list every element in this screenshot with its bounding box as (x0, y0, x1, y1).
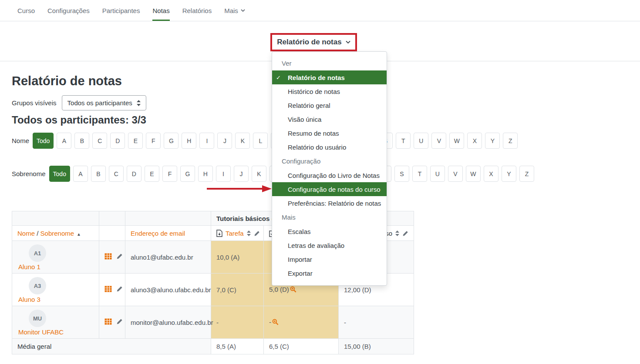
letter-e-button[interactable]: E (145, 166, 159, 182)
letter-y-button[interactable]: Y (502, 166, 516, 182)
letter-b-button[interactable]: B (74, 133, 89, 149)
menu-item-label: Histórico de notas (288, 88, 340, 95)
menu-item[interactable]: Letras de avaliação (272, 238, 387, 252)
first-name-all-button[interactable]: Todo (33, 133, 54, 149)
tab-notas[interactable]: Notas (152, 0, 169, 21)
letter-k-button[interactable]: K (252, 166, 266, 182)
sort-toggle-icon[interactable] (247, 230, 251, 236)
letter-x-button[interactable]: X (484, 166, 499, 182)
menu-item-label: Relatório de notas (288, 74, 345, 81)
tarefa-column-link[interactable]: Tarefa (226, 230, 244, 237)
letter-f-button[interactable]: F (162, 166, 177, 182)
menu-item-label: Configuração de notas do curso (288, 186, 381, 193)
menu-item[interactable]: Escalas (272, 224, 387, 238)
letter-e-button[interactable]: E (128, 133, 143, 149)
student-name-link[interactable]: Monitor UFABC (18, 328, 94, 336)
letter-c-button[interactable]: C (109, 166, 124, 182)
tab-mais[interactable]: Mais (224, 0, 245, 21)
avatar[interactable]: A1 (29, 244, 46, 262)
letter-a-button[interactable]: A (57, 133, 71, 149)
letter-d-button[interactable]: D (110, 133, 125, 149)
letter-i-button[interactable]: I (199, 133, 214, 149)
letter-d-button[interactable]: D (127, 166, 141, 182)
avatar[interactable]: A3 (29, 277, 46, 294)
letter-w-button[interactable]: W (466, 166, 481, 182)
report-selector-label: Relatório de notas (277, 38, 341, 47)
tab-curso[interactable]: Curso (17, 0, 35, 21)
tab-relatorios[interactable]: Relatórios (182, 0, 212, 21)
last-name-all-button[interactable]: Todo (49, 166, 70, 182)
menu-item[interactable]: Exportar (272, 266, 387, 280)
letter-j-button[interactable]: J (234, 166, 249, 182)
tab-participantes[interactable]: Participantes (102, 0, 140, 21)
edit-pencil-icon[interactable] (116, 286, 123, 292)
letter-f-button[interactable]: F (146, 133, 161, 149)
avatar[interactable]: MU (29, 310, 46, 327)
menu-item[interactable]: Relatório geral (272, 98, 387, 112)
letter-w-button[interactable]: W (449, 133, 464, 149)
single-view-grid-icon[interactable] (104, 253, 112, 260)
menu-item[interactable]: Visão única (272, 112, 387, 126)
student-name-link[interactable]: Aluno 1 (18, 263, 94, 270)
report-selector-button[interactable]: Relatório de notas (270, 33, 357, 51)
report-selector-menu: Ver✓Relatório de notasHistórico de notas… (272, 51, 387, 286)
tab-label: Notas (152, 7, 169, 14)
edit-pencil-icon[interactable] (402, 230, 408, 237)
sort-toggle-icon[interactable] (395, 230, 399, 236)
letter-i-button[interactable]: I (216, 166, 231, 182)
sort-last-name-link[interactable]: Sobrenome (40, 230, 74, 237)
menu-item[interactable]: Relatório do usuário (272, 140, 387, 154)
menu-item[interactable]: Histórico de notas (272, 84, 387, 98)
letter-t-button[interactable]: T (396, 133, 411, 149)
letter-g-button[interactable]: G (180, 166, 195, 182)
menu-item[interactable]: ✓Relatório de notas (272, 70, 387, 84)
letter-u-button[interactable]: U (430, 166, 445, 182)
letter-c-button[interactable]: C (92, 133, 107, 149)
menu-item-label: Resumo de notas (288, 130, 339, 137)
tab-label: Participantes (102, 7, 140, 14)
edit-pencil-icon[interactable] (116, 318, 123, 325)
chevron-down-icon (241, 9, 245, 12)
letter-h-button[interactable]: H (182, 133, 196, 149)
menu-item-label: Visão única (288, 116, 321, 123)
letter-x-button[interactable]: X (467, 133, 482, 149)
letter-z-button[interactable]: Z (519, 166, 534, 182)
tarefa-grade-cell[interactable]: 7,0 (C) (211, 274, 264, 306)
visible-groups-select[interactable]: Todos os participantes (62, 95, 146, 110)
single-view-grid-icon[interactable] (104, 286, 112, 292)
tarefa-grade-cell[interactable]: - (211, 306, 264, 339)
letter-l-button[interactable]: L (253, 133, 268, 149)
letter-z-button[interactable]: Z (503, 133, 518, 149)
letter-s-button[interactable]: S (394, 166, 409, 182)
menu-item[interactable]: Resumo de notas (272, 126, 387, 140)
menu-section-header: Configuração (272, 154, 387, 168)
menu-item[interactable]: Importar (272, 252, 387, 266)
menu-item[interactable]: Preferências: Relatório de notas (272, 196, 387, 210)
quiz-grade-cell[interactable]: - (264, 306, 339, 339)
zoom-in-icon[interactable] (290, 286, 296, 293)
student-name-link[interactable]: Aluno 3 (18, 296, 94, 303)
sort-first-name-link[interactable]: Nome (17, 230, 35, 237)
letter-j-button[interactable]: J (217, 133, 232, 149)
tab-configuracoes[interactable]: Configurações (47, 0, 90, 21)
menu-item[interactable]: Configuração de notas do curso (272, 182, 387, 196)
sort-email-link[interactable]: Endereço de email (131, 230, 185, 237)
course-nav: Curso Configurações Participantes Notas … (0, 0, 640, 21)
student-email: aluno3@aluno.ufabc.edu.br (125, 274, 211, 306)
tarefa-grade-cell[interactable]: 10,0 (A) (211, 241, 264, 274)
letter-g-button[interactable]: G (164, 133, 179, 149)
menu-item[interactable]: Configuração do Livro de Notas (272, 168, 387, 182)
letter-u-button[interactable]: U (414, 133, 428, 149)
letter-h-button[interactable]: H (198, 166, 213, 182)
letter-y-button[interactable]: Y (485, 133, 500, 149)
letter-v-button[interactable]: V (448, 166, 463, 182)
letter-a-button[interactable]: A (73, 166, 88, 182)
letter-v-button[interactable]: V (431, 133, 446, 149)
letter-b-button[interactable]: B (91, 166, 106, 182)
edit-pencil-icon[interactable] (116, 253, 123, 260)
letter-t-button[interactable]: T (412, 166, 427, 182)
letter-k-button[interactable]: K (235, 133, 250, 149)
zoom-in-icon[interactable] (272, 319, 279, 325)
edit-pencil-icon[interactable] (254, 230, 260, 237)
single-view-grid-icon[interactable] (104, 318, 112, 325)
